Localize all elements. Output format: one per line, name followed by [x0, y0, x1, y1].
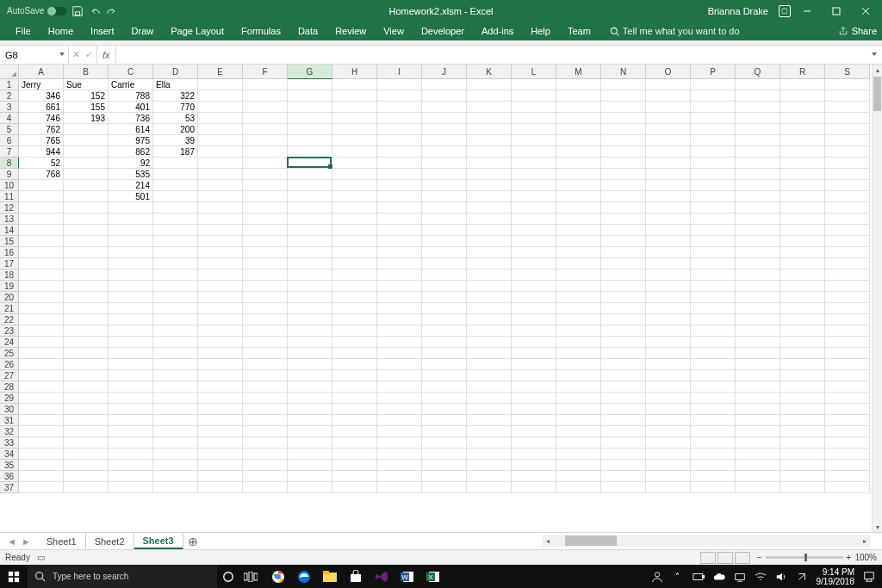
cell[interactable]	[467, 135, 512, 146]
cell[interactable]	[288, 471, 332, 482]
cell[interactable]	[691, 236, 736, 247]
cell[interactable]	[109, 426, 153, 437]
cell[interactable]	[601, 460, 646, 471]
cell[interactable]	[691, 415, 736, 426]
cell[interactable]	[646, 482, 691, 493]
cell[interactable]	[377, 269, 422, 281]
cell[interactable]	[243, 292, 288, 303]
cell[interactable]	[556, 393, 601, 404]
cell[interactable]	[736, 415, 780, 426]
cell[interactable]	[467, 269, 512, 281]
cell[interactable]	[825, 102, 870, 113]
cell[interactable]	[198, 247, 243, 258]
start-button[interactable]	[0, 571, 28, 583]
cell[interactable]	[601, 415, 646, 426]
cell[interactable]	[736, 348, 780, 359]
sheet-tab[interactable]: Sheet1	[38, 533, 86, 549]
cell[interactable]	[422, 281, 467, 292]
cell[interactable]	[332, 269, 377, 281]
cell[interactable]	[332, 460, 377, 471]
cell[interactable]	[377, 180, 422, 191]
close-button[interactable]	[853, 3, 879, 20]
cell[interactable]	[64, 303, 109, 314]
cell[interactable]	[467, 437, 512, 449]
cell[interactable]	[153, 214, 198, 225]
cell[interactable]	[736, 370, 780, 381]
formula-input[interactable]	[116, 46, 882, 64]
cell[interactable]	[736, 337, 780, 348]
cell[interactable]	[780, 135, 825, 146]
cell[interactable]	[288, 370, 332, 381]
cell[interactable]	[646, 460, 691, 471]
cell[interactable]	[332, 314, 377, 325]
hscroll-thumb[interactable]	[565, 535, 617, 546]
cell[interactable]	[332, 393, 377, 404]
row-header[interactable]: 8	[0, 158, 19, 169]
cell[interactable]	[601, 449, 646, 460]
cell[interactable]	[780, 180, 825, 191]
cell[interactable]	[332, 325, 377, 337]
cell[interactable]	[601, 113, 646, 124]
ribbon-tab-draw[interactable]: Draw	[123, 22, 163, 40]
cell[interactable]	[780, 292, 825, 303]
cell[interactable]	[780, 415, 825, 426]
cell[interactable]	[198, 381, 243, 393]
cell[interactable]	[198, 269, 243, 281]
cell[interactable]	[512, 426, 556, 437]
cell[interactable]	[153, 449, 198, 460]
cell[interactable]	[646, 359, 691, 370]
scroll-thumb[interactable]	[873, 77, 881, 111]
cell[interactable]	[377, 415, 422, 426]
cell[interactable]	[153, 314, 198, 325]
row-header[interactable]: 3	[0, 102, 19, 113]
cell[interactable]	[332, 404, 377, 415]
maximize-button[interactable]	[823, 3, 849, 20]
cell[interactable]	[332, 303, 377, 314]
cell[interactable]	[64, 437, 109, 449]
column-header[interactable]: C	[109, 65, 153, 79]
cell[interactable]	[646, 381, 691, 393]
cell[interactable]	[19, 258, 64, 269]
cell[interactable]	[332, 381, 377, 393]
cell[interactable]	[780, 158, 825, 169]
cell[interactable]	[64, 325, 109, 337]
row-header[interactable]: 2	[0, 90, 19, 102]
cell[interactable]	[198, 359, 243, 370]
cell[interactable]	[377, 370, 422, 381]
cell[interactable]	[467, 180, 512, 191]
cell[interactable]	[332, 337, 377, 348]
cell[interactable]	[825, 169, 870, 180]
cell[interactable]	[332, 158, 377, 169]
cell[interactable]	[467, 236, 512, 247]
cell[interactable]	[332, 146, 377, 158]
cell[interactable]	[332, 258, 377, 269]
cell[interactable]	[646, 247, 691, 258]
cell[interactable]	[825, 180, 870, 191]
cell[interactable]	[377, 113, 422, 124]
cell[interactable]	[19, 337, 64, 348]
cell[interactable]	[646, 292, 691, 303]
cell[interactable]	[512, 113, 556, 124]
row-header[interactable]: 5	[0, 124, 19, 135]
scroll-up-icon[interactable]: ▴	[873, 65, 882, 75]
cell[interactable]	[64, 449, 109, 460]
cell[interactable]	[825, 381, 870, 393]
row-header[interactable]: 23	[0, 325, 19, 337]
cell[interactable]	[780, 314, 825, 325]
cell[interactable]	[422, 269, 467, 281]
cell[interactable]	[736, 202, 780, 214]
row-header[interactable]: 32	[0, 426, 19, 437]
cell[interactable]	[556, 90, 601, 102]
cell[interactable]: 746	[19, 113, 64, 124]
cell[interactable]	[64, 404, 109, 415]
cell[interactable]	[556, 426, 601, 437]
cell[interactable]	[243, 393, 288, 404]
cell[interactable]	[467, 482, 512, 493]
share-button[interactable]: Share	[838, 22, 877, 40]
cell[interactable]	[64, 180, 109, 191]
cell[interactable]	[467, 214, 512, 225]
cell[interactable]	[780, 426, 825, 437]
cell[interactable]	[64, 202, 109, 214]
cell[interactable]	[288, 124, 332, 135]
cell[interactable]	[377, 482, 422, 493]
